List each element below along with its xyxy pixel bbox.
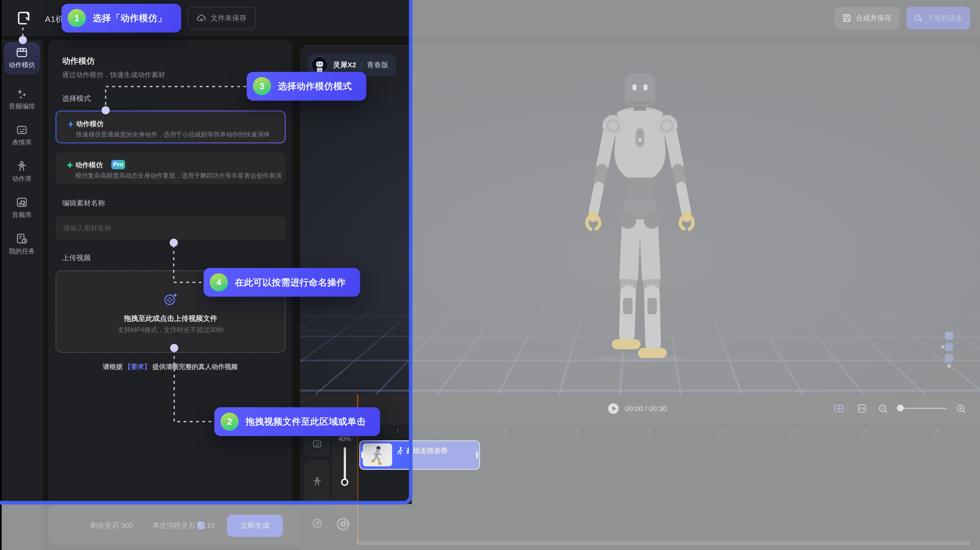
step-text: 在此可以按需进行命名操作 bbox=[235, 276, 346, 288]
callout-step-2: 2 拖拽视频文件至此区域或单击 bbox=[214, 407, 380, 436]
dim-overlay-bottom bbox=[0, 504, 412, 550]
callout-step-3: 3 选择动作模仿模式 bbox=[247, 72, 366, 101]
step-text: 拖拽视频文件至此区域或单击 bbox=[246, 415, 366, 428]
dim-overlay-right bbox=[412, 0, 980, 550]
step-text: 选择「动作模仿」 bbox=[93, 12, 167, 24]
step-number: 1 bbox=[68, 9, 86, 27]
step-number: 3 bbox=[253, 77, 271, 95]
callout-step-1: 1 选择「动作模仿」 bbox=[62, 4, 181, 33]
step-number: 2 bbox=[221, 413, 239, 431]
step-number: 4 bbox=[210, 273, 228, 292]
app-root: A1机 文件未保存 合成并保存 下发到设备 bbox=[0, 0, 980, 550]
step-text: 选择动作模仿模式 bbox=[278, 80, 352, 92]
callout-step-4: 4 在此可以按需进行命名操作 bbox=[204, 268, 360, 296]
